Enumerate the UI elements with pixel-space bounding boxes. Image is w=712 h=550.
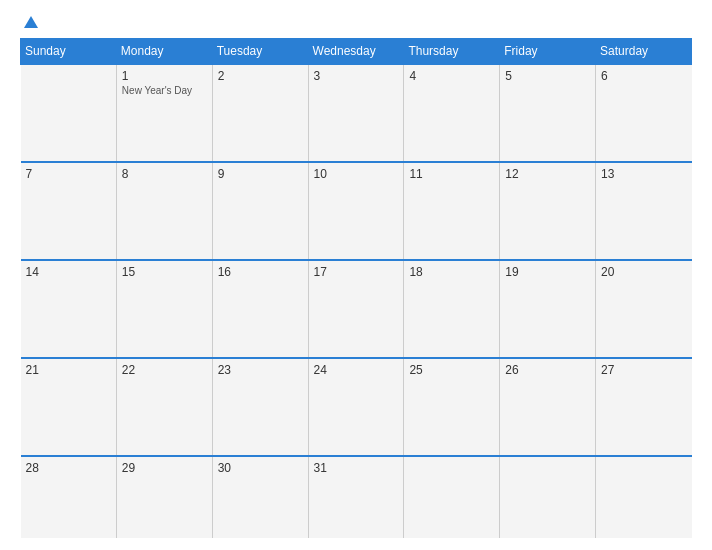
calendar-cell: 31 [308, 456, 404, 538]
calendar-page: SundayMondayTuesdayWednesdayThursdayFrid… [0, 0, 712, 550]
day-number: 28 [26, 461, 111, 475]
day-number: 20 [601, 265, 686, 279]
day-number: 23 [218, 363, 303, 377]
calendar-week-row: 28293031 [21, 456, 692, 538]
day-number: 6 [601, 69, 686, 83]
day-number: 19 [505, 265, 590, 279]
weekday-header-row: SundayMondayTuesdayWednesdayThursdayFrid… [21, 39, 692, 65]
calendar-week-row: 78910111213 [21, 162, 692, 260]
calendar-cell: 8 [116, 162, 212, 260]
day-number: 30 [218, 461, 303, 475]
calendar-cell [21, 64, 117, 162]
calendar-cell [404, 456, 500, 538]
day-number: 8 [122, 167, 207, 181]
weekday-header-friday: Friday [500, 39, 596, 65]
day-number: 29 [122, 461, 207, 475]
calendar-cell: 12 [500, 162, 596, 260]
day-number: 26 [505, 363, 590, 377]
day-number: 31 [314, 461, 399, 475]
day-number: 9 [218, 167, 303, 181]
weekday-header-sunday: Sunday [21, 39, 117, 65]
day-number: 12 [505, 167, 590, 181]
calendar-cell: 15 [116, 260, 212, 358]
day-number: 3 [314, 69, 399, 83]
logo-triangle-icon [24, 16, 38, 28]
day-number: 13 [601, 167, 686, 181]
calendar-cell: 22 [116, 358, 212, 456]
day-number: 16 [218, 265, 303, 279]
calendar-cell: 11 [404, 162, 500, 260]
weekday-header-thursday: Thursday [404, 39, 500, 65]
calendar-cell: 16 [212, 260, 308, 358]
calendar-cell: 14 [21, 260, 117, 358]
calendar-cell: 13 [596, 162, 692, 260]
calendar-cell: 28 [21, 456, 117, 538]
calendar-cell: 1New Year's Day [116, 64, 212, 162]
calendar-cell: 23 [212, 358, 308, 456]
calendar-cell: 5 [500, 64, 596, 162]
logo-blue-row [20, 16, 38, 28]
day-number: 7 [26, 167, 111, 181]
calendar-cell: 17 [308, 260, 404, 358]
calendar-cell: 4 [404, 64, 500, 162]
calendar-week-row: 21222324252627 [21, 358, 692, 456]
day-number: 18 [409, 265, 494, 279]
calendar-cell: 6 [596, 64, 692, 162]
calendar-cell: 26 [500, 358, 596, 456]
day-number: 25 [409, 363, 494, 377]
calendar-cell: 21 [21, 358, 117, 456]
calendar-cell: 25 [404, 358, 500, 456]
day-number: 11 [409, 167, 494, 181]
calendar-cell: 3 [308, 64, 404, 162]
calendar-header [20, 16, 692, 28]
calendar-cell: 27 [596, 358, 692, 456]
calendar-cell: 2 [212, 64, 308, 162]
day-number: 22 [122, 363, 207, 377]
logo [20, 16, 38, 28]
day-number: 24 [314, 363, 399, 377]
calendar-cell: 30 [212, 456, 308, 538]
holiday-label: New Year's Day [122, 85, 207, 96]
calendar-cell [500, 456, 596, 538]
calendar-cell [596, 456, 692, 538]
day-number: 15 [122, 265, 207, 279]
weekday-header-saturday: Saturday [596, 39, 692, 65]
weekday-header-monday: Monday [116, 39, 212, 65]
calendar-week-row: 14151617181920 [21, 260, 692, 358]
weekday-header-wednesday: Wednesday [308, 39, 404, 65]
calendar-table: SundayMondayTuesdayWednesdayThursdayFrid… [20, 38, 692, 538]
day-number: 4 [409, 69, 494, 83]
calendar-cell: 29 [116, 456, 212, 538]
calendar-cell: 10 [308, 162, 404, 260]
day-number: 5 [505, 69, 590, 83]
calendar-cell: 9 [212, 162, 308, 260]
calendar-cell: 7 [21, 162, 117, 260]
day-number: 21 [26, 363, 111, 377]
day-number: 10 [314, 167, 399, 181]
day-number: 2 [218, 69, 303, 83]
weekday-header-tuesday: Tuesday [212, 39, 308, 65]
calendar-cell: 18 [404, 260, 500, 358]
calendar-cell: 20 [596, 260, 692, 358]
day-number: 17 [314, 265, 399, 279]
day-number: 14 [26, 265, 111, 279]
calendar-cell: 19 [500, 260, 596, 358]
day-number: 1 [122, 69, 207, 83]
calendar-week-row: 1New Year's Day23456 [21, 64, 692, 162]
calendar-cell: 24 [308, 358, 404, 456]
day-number: 27 [601, 363, 686, 377]
